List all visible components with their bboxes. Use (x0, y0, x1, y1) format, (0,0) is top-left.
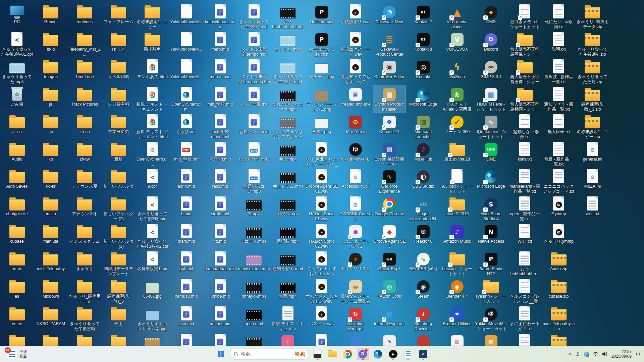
desktop-icon[interactable]: en-us (1, 250, 33, 272)
desktop-icon[interactable]: ohhayo-.mp4 (238, 277, 270, 300)
desktop-icon[interactable]: oo↗GIMP 3.0.4 (475, 58, 507, 80)
desktop-icon[interactable]: ar-sa (1, 113, 33, 135)
start-button[interactable] (215, 348, 227, 360)
desktop-icon[interactable]: だれだFXいれたやつ.mp4 (272, 85, 304, 113)
desktop-icon[interactable]: 選択肢 - 親作品一覧.txt (542, 58, 575, 85)
desktop-icon[interactable]: きゅうりボカコレ用サムネ.jpg (136, 305, 169, 332)
taskbar-edge[interactable] (372, 348, 384, 360)
desktop-icon[interactable]: Audio (1, 140, 33, 163)
desktop-icon[interactable]: Mixdown (35, 277, 67, 300)
desktop-icon[interactable]: _起動しない場合.txt (508, 113, 541, 140)
desktop-icon[interactable]: 羽尻へ.mp4 (272, 195, 304, 217)
tray-chevron-up-icon[interactable]: ^ (569, 352, 572, 357)
desktop-icon[interactable]: ♪↗MuseHub (407, 140, 439, 163)
desktop-icon[interactable]: WIFI.txt (508, 222, 541, 245)
desktop-icon[interactable]: ♪新規ソング.mid (238, 113, 270, 135)
desktop-icon[interactable]: 画像1.png (305, 113, 338, 135)
desktop-icon[interactable]: 最新 (102, 140, 135, 163)
desktop-icon[interactable]: 路上駐車 (136, 30, 169, 53)
desktop-icon[interactable]: S↗MuseScore Studio 4 (475, 195, 507, 222)
desktop-icon[interactable]: ϟ↗VoiSona (441, 58, 473, 80)
desktop-icon[interactable]: D↗Discord (475, 30, 507, 53)
tray-app-sphere-icon[interactable] (584, 352, 589, 357)
desktop-icon[interactable]: きゅうり.mp4 (272, 30, 304, 53)
desktop-icon[interactable]: ↗airset2-2019 (441, 195, 473, 217)
desktop-icon[interactable]: <9.cpr (136, 167, 169, 190)
desktop-icon[interactable]: ♪hamusu.mid (170, 277, 203, 300)
desktop-icon[interactable]: ω↗孤独なインディーゲーム開発者の一生 ... (339, 277, 372, 305)
desktop-icon[interactable]: ∿↗REAPER (x64) (407, 250, 439, 272)
desktop-icon[interactable]: ♪td.mid (204, 222, 236, 245)
desktop-icon[interactable]: ▦↗Crypton Product Installer (373, 85, 406, 113)
desktop-icon[interactable]: ♪rajio.mid (204, 167, 236, 190)
desktop-icon[interactable]: ♪gpt.mid (170, 250, 203, 272)
desktop-icon[interactable]: 無人販売.txt (542, 113, 575, 135)
desktop-icon[interactable]: ニコニコバックアップコード.txt (542, 167, 575, 195)
notification-bell[interactable]: z (635, 351, 641, 357)
desktop-icon[interactable]: ⚙MoZA.exe (339, 113, 372, 135)
desktop-icon[interactable]: F.mp4 (238, 195, 270, 217)
desktop-icon[interactable]: ヘルスコンプレッション__歌詞.txt (508, 277, 541, 305)
taskbar-app-window[interactable] (312, 348, 324, 360)
desktop-icon[interactable]: ko-kr (35, 167, 67, 190)
clock[interactable]: 22:57 2025/09/09 (611, 349, 632, 359)
desktop-icon[interactable]: ゆきゅうり.ymmp (542, 222, 575, 245)
desktop-icon[interactable]: Fコード.mp4 (238, 222, 270, 245)
desktop-icon[interactable]: ♪mid_学校muse.mid (204, 113, 236, 140)
desktop-icon[interactable]: PDFmid_学校.pdf (170, 140, 203, 163)
desktop-icon[interactable]: Gemini (35, 3, 67, 25)
desktop-icon[interactable]: <きゅうり食ってた午後3時.cpr (136, 195, 169, 222)
desktop-icon[interactable]: ♪メドレー風.mid (238, 85, 270, 108)
desktop-icon[interactable]: おっhhhhhhhhhhhhh... (272, 3, 304, 31)
desktop-icon[interactable]: ◉↗Blender 4.4 (441, 277, 473, 300)
desktop-icon[interactable]: ∿↗JQuake.exe - ショートカット (475, 113, 507, 140)
desktop-icon[interactable]: ▶小銭詰まり.wav (339, 3, 372, 25)
desktop-icon[interactable]: 新しいフォルダー (2) (102, 195, 135, 222)
desktop-icon[interactable]: <名称未設定1.cpr (136, 250, 169, 272)
taskbar-media-player[interactable]: ▶ (387, 348, 399, 360)
desktop-icon[interactable]: 井上.mp4 (272, 140, 304, 163)
desktop-icon[interactable]: ↗筆まめ Ver.28 (441, 140, 473, 163)
desktop-icon[interactable]: ♪dram.mid (170, 222, 203, 245)
desktop-icon[interactable]: YukkuriMovieM... (170, 58, 203, 80)
desktop-icon[interactable]: ゆF.ymmp (542, 195, 575, 217)
desktop-icon[interactable]: sfz↗Plogue sforzando x64 (407, 195, 439, 222)
desktop-icon[interactable]: ❖↗Cubase 14 (373, 113, 406, 135)
desktop-icon[interactable]: manisekarin.mp4 (238, 250, 270, 272)
desktop-icon[interactable]: ↻↗Activation Manager (339, 305, 372, 332)
desktop-icon[interactable]: 通知うぜえ.mp4 (272, 250, 304, 272)
desktop-icon[interactable]: ◔↗Cakewalk Next (373, 3, 406, 25)
desktop-icon[interactable]: id-id (35, 30, 67, 53)
desktop-icon[interactable]: MP3わかりやす.mp3 (238, 140, 270, 163)
desktop-icon[interactable]: ja (35, 85, 67, 108)
desktop-icon[interactable]: ↗backup - ショートカット (441, 250, 473, 277)
desktop-icon[interactable]: 無題 - 親作品一覧.txt (542, 140, 575, 168)
desktop-icon[interactable]: maniuta (35, 222, 67, 245)
desktop-icon[interactable]: ▶Groove Agent SE 01.wav (305, 167, 338, 195)
desktop-icon[interactable]: ⚙Accessibility.dll (339, 167, 372, 190)
desktop-icon[interactable]: cubase.zip (542, 277, 575, 300)
desktop-icon[interactable]: アナウンス冬 (68, 195, 101, 217)
desktop-icon[interactable]: GR↗Guitar Rig 7 (373, 250, 406, 272)
desktop-icon[interactable]: ▤↗Epson 接続診断ツール (373, 140, 406, 168)
taskbar-chrome[interactable] (342, 348, 354, 360)
desktop-icon[interactable]: アナウンス夏 (68, 167, 101, 190)
desktop-icon[interactable]: KT↗Kontakt 8 (407, 30, 439, 53)
desktop-icon[interactable]: おっhhhhhhhhhhh... (508, 250, 541, 277)
desktop-icon[interactable]: N↗Native Access (475, 222, 507, 245)
desktop-icon[interactable]: ♪b.mid (170, 195, 203, 217)
desktop-icon[interactable]: ♪umibe.mid (204, 277, 236, 300)
desktop-icon[interactable]: ◆↗Groove Agent SE 5 (373, 222, 406, 250)
desktop-icon[interactable]: <きゅうり食ってた午後3時-02.cpr (136, 222, 169, 250)
desktop-icon[interactable]: MP3無題のスコア.mp3 (238, 167, 270, 195)
desktop-icon[interactable]: 通知うぜえ - 親作品一覧.txt (542, 85, 575, 113)
desktop-icon[interactable]: YukkuriMovieM... (170, 3, 203, 25)
desktop-icon[interactable]: runtimes (68, 3, 101, 25)
desktop-icon[interactable]: zh-tw (68, 140, 101, 163)
desktop-icon[interactable]: NKSC_PARAM (35, 305, 67, 327)
desktop-icon[interactable]: フォトフレーム (102, 3, 135, 25)
desktop-icon[interactable]: かるーく.png (305, 58, 338, 80)
wifi-icon[interactable] (593, 352, 598, 356)
desktop-icon[interactable]: 死にたい_ゅ歌詞.txt (542, 3, 575, 30)
desktop-icon[interactable]: ♪↗Amazon Music (441, 222, 473, 245)
